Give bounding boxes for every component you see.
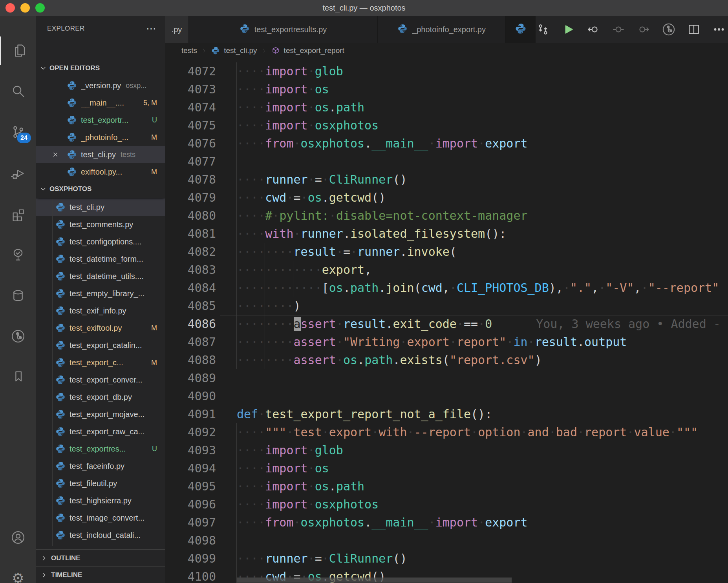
tree-item[interactable]: test_export_conver... [36, 371, 165, 388]
line-number[interactable]: 4078 [165, 171, 216, 189]
tree-item[interactable]: test_export_raw_ca... [36, 423, 165, 440]
code-line[interactable]: 4091def·test_export_report_not_a_file(): [165, 405, 728, 423]
tree-icon[interactable] [0, 240, 36, 269]
code-line[interactable]: 4094····import·os [165, 459, 728, 477]
tree-item[interactable]: test_configoptions.... [36, 233, 165, 250]
line-number[interactable]: 4088 [165, 351, 216, 369]
gitlens-graph-icon[interactable] [662, 22, 676, 36]
navigate-back-icon[interactable] [586, 22, 600, 36]
line-number[interactable]: 4080 [165, 207, 216, 225]
tree-item[interactable]: test_datetime_form... [36, 250, 165, 268]
code-line[interactable]: 4093····import·glob [165, 441, 728, 459]
search-icon[interactable] [0, 77, 36, 106]
line-number[interactable]: 4095 [165, 477, 216, 496]
explorer-icon[interactable] [0, 36, 37, 65]
tree-item[interactable]: test_exportres...U [36, 440, 165, 457]
extensions-icon[interactable] [0, 200, 36, 228]
line-number[interactable]: 4084 [165, 279, 216, 297]
line-number[interactable]: 4098 [165, 532, 216, 550]
line-number[interactable]: 4076 [165, 135, 216, 153]
line-number[interactable]: 4092 [165, 423, 216, 441]
more-actions-icon[interactable] [712, 22, 726, 36]
line-number[interactable]: 4072 [165, 62, 216, 80]
line-number[interactable]: 4074 [165, 98, 216, 117]
navigate-current-icon[interactable] [611, 22, 626, 36]
line-number[interactable]: 4073 [165, 80, 216, 98]
tree-item[interactable]: test_cli.py [36, 199, 165, 216]
tree-item[interactable]: test_export_mojave... [36, 406, 165, 423]
settings-gear-icon[interactable]: ⚙ [0, 564, 36, 583]
breadcrumb-symbol[interactable]: test_export_report [284, 46, 344, 55]
tab-photoinfo-export[interactable]: _photoinfo_export.py [378, 16, 506, 43]
code-line[interactable]: 4077 [165, 153, 728, 171]
line-number[interactable]: 4093 [165, 441, 216, 459]
line-number[interactable]: 4094 [165, 459, 216, 477]
code-line[interactable]: 4080····#·pylint:·disable=not-context-ma… [165, 207, 728, 225]
gitlens-icon[interactable] [0, 322, 36, 350]
open-editor-item[interactable]: _photoinfo_...M [36, 129, 165, 146]
tree-item[interactable]: test_fileutil.py [36, 475, 165, 492]
code-line[interactable]: 4075····import·osxphotos [165, 117, 728, 135]
code-line[interactable]: 4083············export, [165, 261, 728, 279]
code-line[interactable]: 4079····cwd·=·os.getcwd() [165, 189, 728, 207]
tab-test-exportresults[interactable]: test_exportresults.py [189, 16, 378, 43]
code-line[interactable]: 4096····import·osxphotos [165, 496, 728, 514]
code-line[interactable]: 4090 [165, 387, 728, 405]
line-number[interactable]: 4079 [165, 189, 216, 207]
code-line[interactable]: 4095····import·os.path [165, 477, 728, 496]
line-number[interactable]: 4090 [165, 387, 216, 405]
database-icon[interactable] [0, 282, 36, 310]
project-section-header[interactable]: OSXPHOTOS [36, 180, 165, 198]
close-icon[interactable] [51, 150, 60, 159]
line-number[interactable]: 4083 [165, 261, 216, 279]
run-debug-icon[interactable] [0, 159, 36, 188]
open-editor-item[interactable]: test_cli.pytests [36, 146, 165, 163]
horizontal-scrollbar[interactable] [237, 578, 512, 583]
code-line[interactable]: 4087········assert·"Writing·export·repor… [165, 333, 728, 351]
tree-item[interactable]: test_exiftool.pyM [36, 319, 165, 337]
open-editor-item[interactable]: exiftool.py...M [36, 163, 165, 180]
open-editor-item[interactable]: test_exportr...U [36, 111, 165, 129]
source-control-icon[interactable]: 24 [0, 118, 36, 146]
run-file-icon[interactable] [561, 22, 575, 36]
code-line[interactable]: 4084············[os.path.join(cwd,·CLI_P… [165, 279, 728, 297]
open-editor-item[interactable]: _version.pyosxp... [36, 77, 165, 94]
line-number[interactable]: 4099 [165, 550, 216, 568]
line-number[interactable]: 4089 [165, 369, 216, 387]
tree-item[interactable]: test_export_catalin... [36, 337, 165, 354]
line-number[interactable]: 4087 [165, 333, 216, 351]
line-number[interactable]: 4097 [165, 514, 216, 532]
code-line[interactable]: 4092····"""·test·export·with·--report·op… [165, 423, 728, 441]
tree-item[interactable]: test_incloud_catali... [36, 527, 165, 544]
navigate-forward-icon[interactable] [637, 22, 651, 36]
open-editors-header[interactable]: OPEN EDITORS [36, 60, 165, 77]
line-number[interactable]: 4086 [165, 315, 216, 333]
line-number[interactable]: 4075 [165, 117, 216, 135]
account-icon[interactable] [0, 523, 36, 552]
breadcrumb-file[interactable]: test_cli.py [224, 46, 257, 55]
breadcrumb-tests[interactable]: tests [181, 46, 197, 55]
tree-item[interactable]: test_empty_library_... [36, 285, 165, 302]
code-line[interactable]: 4081····with·runner.isolated_filesystem(… [165, 225, 728, 243]
code-line[interactable]: 4072····import·glob [165, 62, 728, 80]
code-line[interactable]: 4078····runner·=·CliRunner() [165, 171, 728, 189]
explorer-more-actions-icon[interactable]: ⋯ [146, 16, 156, 42]
tree-item[interactable]: test_comments.py [36, 216, 165, 233]
code-line[interactable]: 4086········assert·result.exit_code·==·0… [165, 315, 728, 333]
line-number[interactable]: 4085 [165, 297, 216, 315]
line-number[interactable]: 4082 [165, 243, 216, 261]
split-editor-icon[interactable] [687, 22, 701, 36]
tree-item[interactable]: test_image_convert... [36, 509, 165, 527]
code-line[interactable]: 4085········) [165, 297, 728, 315]
bookmarks-icon[interactable] [0, 363, 36, 391]
tab-test-cli-partial[interactable]: .py [165, 16, 189, 43]
line-number[interactable]: 4096 [165, 496, 216, 514]
line-number[interactable]: 4091 [165, 405, 216, 423]
tree-item[interactable]: test_export_c...M [36, 354, 165, 371]
code-line[interactable]: 4098 [165, 532, 728, 550]
line-number[interactable]: 4081 [165, 225, 216, 243]
compare-changes-icon[interactable] [536, 22, 550, 36]
code-line[interactable]: 4088········assert·os.path.exists("repor… [165, 351, 728, 369]
code-line[interactable]: 4089 [165, 369, 728, 387]
code-line[interactable]: 4082········result·=·runner.invoke( [165, 243, 728, 261]
